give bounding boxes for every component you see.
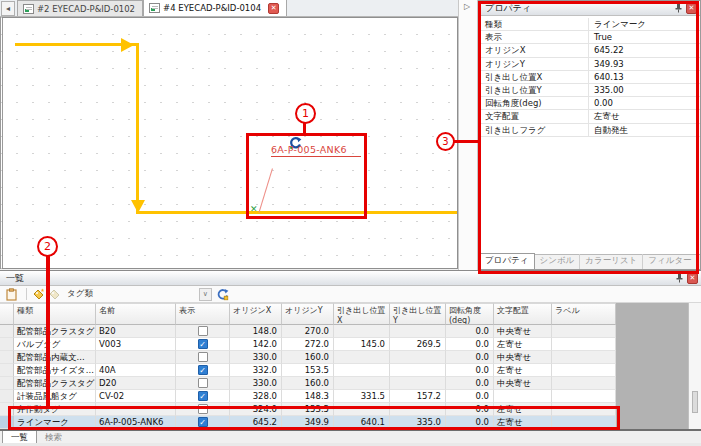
cell-angle: 0.0: [446, 351, 494, 364]
cell-lead_y: [390, 364, 446, 377]
cell-type: 配管部品クラスタグ: [14, 325, 96, 338]
table-row[interactable]: バルブタグV003✓142.0272.0145.0269.50.0左寄せ: [0, 338, 616, 351]
annotation-connector-3: [454, 140, 478, 143]
cell-label: [552, 325, 616, 338]
cell-align: 左寄せ: [494, 364, 552, 377]
cell-label: [552, 390, 616, 403]
panel-splitter[interactable]: ▷: [458, 0, 478, 270]
row-selector-cell[interactable]: [0, 390, 14, 403]
cell-angle: 0.0: [446, 325, 494, 338]
clipboard-icon[interactable]: [5, 288, 18, 301]
column-header[interactable]: ラベル: [552, 303, 616, 325]
cell-visible: ✓: [176, 390, 230, 403]
cell-label: [552, 377, 616, 390]
cell-origin_y: 272.0: [282, 338, 334, 351]
cell-type: 配管部品サイズタ...: [14, 364, 96, 377]
cell-lead_y: 157.2: [390, 390, 446, 403]
row-selector-cell[interactable]: [0, 377, 14, 390]
pipe-segment-vertical[interactable]: [136, 43, 139, 213]
checkbox-unchecked-icon[interactable]: [198, 378, 208, 388]
column-header[interactable]: 引き出し位置Y: [390, 303, 446, 325]
cell-type: 計装品風船タグ: [14, 390, 96, 403]
checkbox-unchecked-icon[interactable]: [198, 352, 208, 362]
document-tab[interactable]: #4 EYECAD-P&ID-0104✕: [143, 0, 287, 16]
table-row[interactable]: 配管部品サイズタ...40A✓332.0153.50.0左寄せ: [0, 364, 616, 377]
cell-align: 中央寄せ: [494, 377, 552, 390]
cell-lead_y: [390, 351, 446, 364]
checkbox-unchecked-icon[interactable]: [198, 326, 208, 336]
column-header[interactable]: 表示: [176, 303, 230, 325]
annotation-rect-canvas-label: [246, 133, 367, 219]
cell-type: バルブタグ: [14, 338, 96, 351]
table-row[interactable]: 計装品風船タグCV-02✓328.0148.3331.5157.20.0: [0, 390, 616, 403]
cell-name: 40A: [96, 364, 176, 377]
column-header[interactable]: オリジンY: [282, 303, 334, 325]
column-header[interactable]: 引き出し位置X: [334, 303, 390, 325]
refresh-filter-icon[interactable]: [216, 288, 229, 301]
table-empty-area: [616, 303, 688, 429]
table-row[interactable]: 配管部品内蔵文...330.0160.00.0中央寄せ: [0, 351, 616, 364]
cell-visible: [176, 377, 230, 390]
cell-visible: ✓: [176, 338, 230, 351]
pin-icon[interactable]: [674, 273, 685, 284]
cell-type: 配管部品内蔵文...: [14, 351, 96, 364]
column-header[interactable]: 種類: [14, 303, 96, 325]
row-selector-cell[interactable]: [0, 325, 14, 338]
cell-lead_x: 145.0: [334, 338, 390, 351]
cell-origin_x: 332.0: [230, 364, 282, 377]
checkbox-checked-icon[interactable]: ✓: [198, 391, 208, 401]
list-toolbar: タグ類 ∨: [0, 286, 701, 303]
row-selector-cell[interactable]: [0, 351, 14, 364]
cell-lead_x: [334, 351, 390, 364]
tag-type-combobox[interactable]: タグ類: [67, 288, 93, 300]
cell-lead_x: [334, 364, 390, 377]
application-window: ◂ #2 EYECAD-P&ID-0102#4 EYECAD-P&ID-0104…: [0, 0, 701, 446]
annotation-connector-2: [46, 256, 50, 407]
close-icon[interactable]: ✕: [268, 3, 279, 14]
document-tab[interactable]: #2 EYECAD-P&ID-0102: [17, 0, 143, 16]
column-header[interactable]: 文字配置: [494, 303, 552, 325]
cell-origin_y: 148.3: [282, 390, 334, 403]
column-header[interactable]: オリジンX: [230, 303, 282, 325]
toolbar-separator: [26, 288, 27, 300]
annotation-circle-3: 3: [436, 132, 455, 151]
cell-angle: 0.0: [446, 377, 494, 390]
cell-angle: 0.0: [446, 338, 494, 351]
cell-origin_y: 153.5: [282, 364, 334, 377]
scrollbar-thumb[interactable]: [692, 391, 698, 413]
column-header[interactable]: 名前: [96, 303, 176, 325]
annotation-circle-1: 1: [295, 103, 316, 124]
checkbox-checked-icon[interactable]: ✓: [198, 339, 208, 349]
document-tabbar: ◂ #2 EYECAD-P&ID-0102#4 EYECAD-P&ID-0104…: [0, 0, 458, 17]
cell-lead_y: [390, 325, 446, 338]
close-icon[interactable]: ✕: [687, 273, 698, 284]
column-header[interactable]: 回転角度(deg): [446, 303, 494, 325]
combobox-dropdown-icon[interactable]: ∨: [199, 288, 212, 301]
expand-arrow-icon[interactable]: ▷: [464, 2, 470, 11]
tab-scroll-back-button[interactable]: ◂: [1, 1, 15, 16]
pid-document-icon: [23, 4, 34, 14]
cell-origin_x: 330.0: [230, 377, 282, 390]
table-row[interactable]: 配管部品クラスタグB20148.0270.00.0中央寄せ: [0, 325, 616, 338]
pipe-flow-arrow-right: [121, 38, 134, 52]
cell-origin_x: 328.0: [230, 390, 282, 403]
cell-lead_x: [334, 325, 390, 338]
cell-name: [96, 351, 176, 364]
row-selector-cell[interactable]: [0, 364, 14, 377]
checkbox-checked-icon[interactable]: ✓: [198, 365, 208, 375]
row-selector-cell[interactable]: [0, 338, 14, 351]
cell-name: CV-02: [96, 390, 176, 403]
cell-visible: ✓: [176, 364, 230, 377]
drawing-canvas[interactable]: 6A-P-005-ANK6 ✕: [0, 17, 458, 269]
annotation-rect-selected-row: [8, 406, 620, 430]
cell-lead_x: [334, 377, 390, 390]
cell-align: [494, 390, 552, 403]
cell-label: [552, 364, 616, 377]
add-tag-icon[interactable]: [32, 288, 45, 301]
cell-origin_y: 270.0: [282, 325, 334, 338]
annotation-connector-1: [303, 123, 306, 134]
cell-label: [552, 338, 616, 351]
table-vertical-scrollbar[interactable]: [688, 303, 701, 429]
table-row[interactable]: 配管部品クラスタグD20330.0160.00.0中央寄せ: [0, 377, 616, 390]
cell-visible: [176, 351, 230, 364]
